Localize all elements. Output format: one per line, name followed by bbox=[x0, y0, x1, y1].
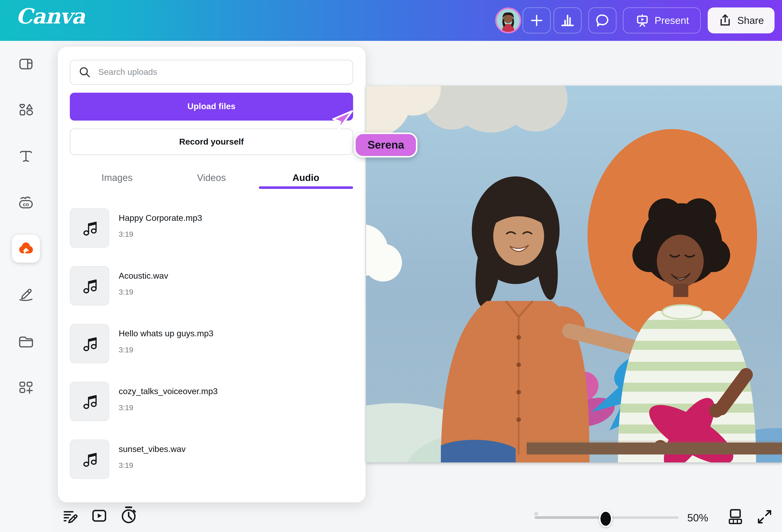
sidebar-item-text[interactable] bbox=[12, 143, 40, 170]
canvas-video-page[interactable] bbox=[366, 86, 782, 462]
top-bar: Canva bbox=[0, 0, 782, 41]
music-note-icon bbox=[80, 277, 98, 295]
search-icon bbox=[78, 66, 91, 79]
present-label: Present bbox=[655, 15, 689, 26]
tab-images[interactable]: Images bbox=[70, 166, 164, 189]
zoom-level-label[interactable]: 50% bbox=[687, 512, 717, 524]
uploads-tabs: Images Videos Audio bbox=[70, 166, 353, 189]
audio-file-duration: 3:19 bbox=[119, 230, 202, 238]
sidebar-item-brand[interactable]: co bbox=[12, 189, 40, 217]
uploads-panel: Upload files Record yourself Images Vide… bbox=[58, 47, 365, 502]
sidebar-item-elements[interactable] bbox=[12, 97, 40, 124]
comment-icon bbox=[595, 13, 610, 28]
upload-files-button[interactable]: Upload files bbox=[70, 93, 353, 120]
tab-audio[interactable]: Audio bbox=[259, 166, 353, 189]
expand-icon bbox=[756, 508, 773, 525]
projects-folder-icon bbox=[17, 333, 35, 350]
sidebar-item-draw[interactable] bbox=[12, 281, 40, 308]
collaborator-cursor-icon bbox=[331, 110, 354, 132]
audio-thumbnail bbox=[70, 382, 109, 421]
audio-thumbnail bbox=[70, 324, 109, 363]
audio-file-duration: 3:19 bbox=[119, 345, 213, 354]
audio-file-duration: 3:19 bbox=[119, 288, 168, 296]
plus-icon bbox=[529, 13, 544, 28]
design-icon bbox=[18, 56, 34, 72]
canva-logo[interactable]: Canva bbox=[16, 4, 85, 28]
comments-button[interactable] bbox=[589, 7, 616, 33]
add-member-button[interactable] bbox=[523, 7, 550, 33]
canva-editor: Canva bbox=[0, 0, 782, 532]
elements-icon bbox=[17, 102, 35, 119]
audio-file-row[interactable]: cozy_talks_voiceover.mp3 3:19 bbox=[70, 382, 353, 421]
share-label: Share bbox=[737, 15, 764, 26]
audio-file-name: cozy_talks_voiceover.mp3 bbox=[119, 387, 218, 397]
apps-icon bbox=[17, 380, 35, 397]
sidebar-item-uploads[interactable] bbox=[12, 235, 40, 263]
fullscreen-button[interactable] bbox=[756, 508, 773, 527]
search-uploads-input[interactable] bbox=[97, 67, 353, 78]
music-note-icon bbox=[80, 219, 98, 237]
grid-view-button[interactable] bbox=[727, 508, 744, 527]
video-frame-two-kids-crafting bbox=[366, 86, 782, 462]
duration-button[interactable] bbox=[120, 505, 138, 526]
audio-thumbnail bbox=[70, 440, 109, 479]
audio-file-duration: 3:19 bbox=[119, 403, 218, 412]
audio-file-row[interactable]: Happy Corporate.mp3 3:19 bbox=[70, 208, 353, 248]
audio-file-name: Hello whats up guys.mp3 bbox=[119, 329, 213, 339]
collaborator-name-badge: Serena bbox=[354, 132, 418, 158]
brand-icon: co bbox=[17, 194, 35, 211]
audio-file-name: Acoustic.wav bbox=[119, 271, 168, 281]
audio-thumbnail bbox=[70, 266, 109, 306]
object-panel-sidebar: co bbox=[0, 41, 52, 532]
present-icon bbox=[635, 13, 650, 28]
notes-icon bbox=[62, 507, 79, 524]
share-icon bbox=[718, 13, 732, 27]
zoom-slider-knob[interactable] bbox=[599, 510, 612, 527]
text-icon bbox=[18, 149, 34, 164]
preview-player-icon bbox=[91, 507, 108, 524]
sidebar-item-projects[interactable] bbox=[12, 328, 40, 356]
sidebar-item-design[interactable] bbox=[12, 50, 40, 78]
audio-file-name: sunset_vibes.wav bbox=[119, 445, 185, 454]
present-button[interactable]: Present bbox=[623, 7, 701, 33]
audio-file-row[interactable]: Hello whats up guys.mp3 3:19 bbox=[70, 324, 353, 363]
audio-file-row[interactable]: sunset_vibes.wav 3:19 bbox=[70, 440, 353, 479]
avatar-image bbox=[497, 9, 520, 32]
music-note-icon bbox=[80, 392, 98, 410]
preview-button[interactable] bbox=[91, 507, 108, 526]
notes-button[interactable] bbox=[62, 507, 79, 526]
music-note-icon bbox=[80, 450, 98, 468]
bar-chart-icon bbox=[560, 13, 575, 28]
insights-button[interactable] bbox=[554, 7, 581, 33]
search-uploads-box[interactable] bbox=[70, 60, 353, 85]
draw-icon bbox=[17, 286, 35, 303]
zoom-slider-min-dot bbox=[534, 512, 538, 516]
sidebar-item-apps[interactable] bbox=[12, 374, 40, 402]
active-tab-underline bbox=[259, 186, 353, 189]
audio-file-name: Happy Corporate.mp3 bbox=[119, 213, 202, 223]
grid-view-icon bbox=[727, 508, 744, 525]
svg-text:co: co bbox=[23, 201, 29, 207]
tab-videos[interactable]: Videos bbox=[164, 166, 259, 189]
uploads-cloud-icon bbox=[16, 239, 36, 259]
share-button[interactable]: Share bbox=[708, 7, 775, 33]
audio-file-duration: 3:19 bbox=[119, 461, 185, 469]
record-yourself-button[interactable]: Record yourself bbox=[70, 128, 353, 155]
avatar[interactable] bbox=[495, 7, 521, 33]
zoom-slider-fill bbox=[535, 516, 604, 519]
audio-file-row[interactable]: Acoustic.wav 3:19 bbox=[70, 266, 353, 306]
music-note-icon bbox=[80, 335, 98, 352]
timer-icon bbox=[120, 505, 138, 524]
audio-thumbnail bbox=[70, 208, 109, 248]
